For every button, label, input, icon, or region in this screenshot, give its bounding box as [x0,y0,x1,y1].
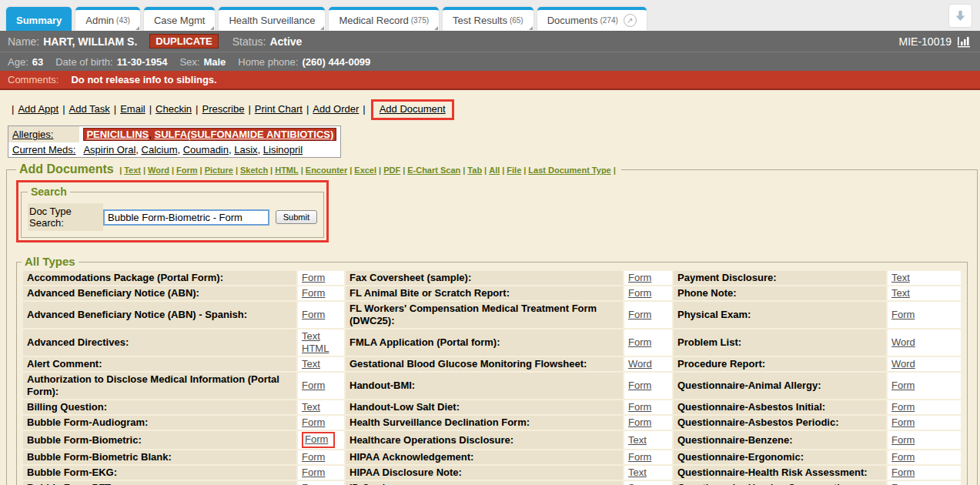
doc-link-word[interactable]: Word [891,336,915,348]
doc-link-form[interactable]: Form [891,416,915,428]
current-meds-link[interactable]: Current Meds: [12,144,75,156]
bar-chart-icon[interactable] [957,35,972,48]
doc-link-form[interactable]: Form [891,482,915,485]
doc-link-form[interactable]: Form [891,434,915,446]
tab-admin[interactable]: Admin(43) [75,7,140,31]
doc-link-form[interactable]: Form [302,272,325,283]
doc-link-form[interactable]: Form [302,451,325,463]
tab-summary[interactable]: Summary [6,7,72,31]
med-link-lisinopril[interactable]: Lisinopril [263,144,303,156]
tab-case-mgmt[interactable]: Case Mgmt [144,7,215,31]
filter-form[interactable]: Form [176,166,198,175]
tab-menu-corner-icon[interactable] [529,26,533,30]
doc-link-form[interactable]: Form [302,482,325,485]
filter-word[interactable]: Word [148,166,169,175]
tab-menu-corner-icon[interactable] [320,26,324,30]
doc-type-links: Form [888,481,961,485]
filter-all[interactable]: All [489,166,500,175]
doc-link-html[interactable]: HTML [302,343,329,354]
tab-menu-corner-icon[interactable] [135,26,139,30]
tab-documents[interactable]: Documents(274)↗ [537,7,647,31]
doc-link-text[interactable]: Text [891,272,910,283]
action-print-chart[interactable]: Print Chart [255,103,303,115]
med-link-aspirin-oral[interactable]: Aspirin Oral [83,144,135,156]
doc-link-scan[interactable]: Scan [628,482,651,485]
doc-type-links: Word [888,357,961,371]
tab-menu-corner-icon[interactable] [210,26,214,30]
down-arrow-icon [955,10,966,22]
tab-test-results[interactable]: Test Results(65) [443,7,533,31]
action-prescribe[interactable]: Prescribe [202,103,244,115]
doc-link-form[interactable]: Form [628,287,651,299]
action-add-document[interactable]: Add Document [380,103,446,115]
filter-e-chart-scan[interactable]: E-Chart Scan [407,166,460,175]
table-row: Bubble Form-Audiogram:FormHealth Surveil… [23,416,961,430]
doc-link-text[interactable]: Text [628,467,647,478]
action-add-task[interactable]: Add Task [69,103,110,115]
doc-link-form[interactable]: Form [302,309,325,320]
doc-link-form[interactable]: Form [891,401,915,413]
filter-text[interactable]: Text [124,166,141,175]
doc-link-word[interactable]: Word [628,358,652,370]
doc-link-form[interactable]: Form [628,272,651,283]
med-link-calcium[interactable]: Calcium [142,144,178,156]
doc-link-form[interactable]: Form [891,467,915,478]
tab-health-surveillance[interactable]: Health Surveillance [219,7,325,31]
separator: | [196,103,198,115]
doc-type-links: Form [888,400,961,414]
doc-link-text[interactable]: Text [302,401,320,413]
allergy-link[interactable]: PENICILLINS [86,129,149,140]
filter-tab[interactable]: Tab [467,166,482,175]
doc-link-text[interactable]: Text [628,434,647,446]
doc-link-word[interactable]: Word [891,358,915,370]
table-row: Bubble Form-Biometric:FormHealthcare Ope… [23,431,961,449]
allergies-meds-box: Allergies: PENICILLINS, SULFA(SULFONAMID… [8,125,341,158]
doc-type-links: Form [298,431,344,449]
filter-pdf[interactable]: PDF [383,166,400,175]
doc-link-form[interactable]: Form [628,451,651,463]
action-email[interactable]: Email [120,103,145,115]
doc-link-form[interactable]: Form [891,380,915,391]
filter-file[interactable]: File [507,166,521,175]
table-row: Advanced Directives:TextHTMLFMLA Applica… [23,329,961,356]
submit-button[interactable]: Submit [276,210,317,224]
doc-link-form[interactable]: Form [628,309,651,320]
table-row: Alert Comment:TextGestational Blood Gluc… [23,357,961,371]
filter-html[interactable]: HTML [275,166,299,175]
action-add-order[interactable]: Add Order [313,103,359,115]
doc-link-form[interactable]: Form [891,451,915,463]
page: SummaryAdmin(43)Case MgmtHealth Surveill… [0,0,980,485]
doc-link-form[interactable]: Form [302,380,325,391]
doc-link-form[interactable]: Form [305,433,328,445]
doc-link-form[interactable]: Form [628,336,651,348]
filter-picture[interactable]: Picture [205,166,233,175]
filter-excel[interactable]: Excel [354,166,376,175]
filter-last-document-type[interactable]: Last Document Type [528,166,610,175]
filter-encounter[interactable]: Encounter [306,166,347,175]
doc-link-form[interactable]: Form [302,467,325,478]
med-link-coumadin[interactable]: Coumadin [183,144,229,156]
doc-link-form[interactable]: Form [891,309,915,320]
doc-link-form[interactable]: Form [628,380,651,391]
action-checkin[interactable]: Checkin [156,103,192,115]
doc-type-search-input[interactable] [103,209,269,226]
doc-link-text[interactable]: Text [891,287,910,299]
doc-type-links: Form [298,302,344,328]
tab-medical-record[interactable]: Medical Record(375) [329,7,439,31]
open-in-new-circle-icon[interactable]: ↗ [624,14,637,27]
med-link-lasix[interactable]: Lasix [234,144,257,156]
filter-sketch[interactable]: Sketch [240,166,268,175]
table-row: Advanced Beneficiary Notice (ABN):FormFL… [23,286,961,300]
doc-link-form[interactable]: Form [628,401,651,413]
action-add-appt[interactable]: Add Appt [18,103,59,115]
doc-link-form[interactable]: Form [302,416,325,428]
doc-link-text[interactable]: Text [302,330,320,342]
allergy-link[interactable]: SULFA(SULFONAMIDE ANTIBIOTICS) [155,129,334,140]
tab-menu-corner-icon[interactable] [434,26,438,30]
doc-link-text[interactable]: Text [302,358,320,370]
status-label: Status: [232,35,266,48]
doc-link-form[interactable]: Form [302,287,325,299]
allergies-link[interactable]: Allergies: [12,129,53,140]
doc-link-form[interactable]: Form [628,416,651,428]
download-button[interactable] [948,4,972,28]
